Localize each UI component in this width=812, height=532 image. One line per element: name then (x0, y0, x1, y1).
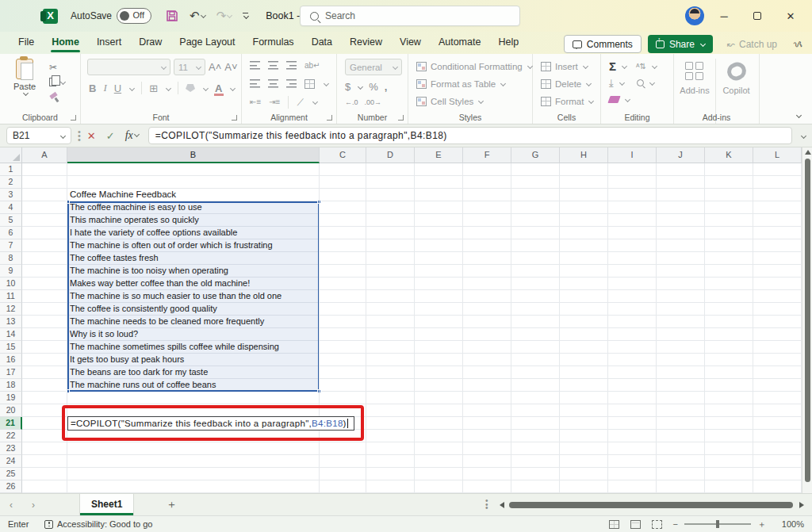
column-header-b[interactable]: B (67, 147, 320, 163)
close-button[interactable]: ✕ (777, 2, 804, 29)
ribbon-collapse-icon[interactable] (796, 113, 802, 118)
wrap-text-icon[interactable]: ab↵ (304, 61, 320, 70)
column-header-l[interactable]: L (753, 147, 802, 163)
zoom-out-button[interactable]: − (673, 519, 678, 529)
cell-b4[interactable]: The coffee machine is easy to use (70, 201, 317, 214)
row-header-17[interactable]: 17 (0, 366, 22, 379)
catch-up-button[interactable]: ↜ Catch up (719, 35, 785, 53)
increase-font-icon[interactable]: A˄ (209, 61, 221, 73)
borders-button[interactable]: ⊞ (149, 82, 158, 94)
row-header-24[interactable]: 24 (0, 455, 22, 468)
percent-icon[interactable]: % (369, 81, 378, 93)
row-header-1[interactable]: 1 (0, 163, 22, 176)
tab-draw[interactable]: Draw (130, 32, 170, 54)
enter-icon[interactable]: ✓ (106, 130, 115, 142)
font-name-select[interactable] (87, 59, 170, 75)
grid-body[interactable]: Coffee Machine Feedback =COPILOT("Summar… (22, 163, 802, 493)
row-header-11[interactable]: 11 (0, 290, 22, 303)
cell-b13[interactable]: The machine needs to be cleaned more fre… (70, 316, 317, 328)
minimize-button[interactable]: ─ (710, 2, 737, 29)
row-header-6[interactable]: 6 (0, 227, 22, 239)
expand-formula-bar-icon[interactable] (801, 132, 806, 138)
cell-b17[interactable]: The beans are too dark for my taste (70, 366, 317, 379)
tab-file[interactable]: File (10, 32, 43, 54)
cell-b15[interactable]: The machine sometimes spills coffee whil… (70, 341, 317, 354)
tab-review[interactable]: Review (341, 32, 391, 54)
row-header-22[interactable]: 22 (0, 430, 22, 442)
increase-decimal-icon[interactable]: ←.0 (345, 98, 358, 106)
row-header-16[interactable]: 16 (0, 354, 22, 366)
column-header-e[interactable]: E (415, 147, 463, 163)
cell-b8[interactable]: The coffee tastes fresh (70, 252, 317, 265)
italic-button[interactable]: I (103, 82, 106, 94)
row-header-15[interactable]: 15 (0, 341, 22, 354)
cell-b6[interactable]: I hate the variety of coffee options ava… (70, 227, 317, 239)
row-header-18[interactable]: 18 (0, 379, 22, 392)
comma-style-icon[interactable]: , (385, 81, 388, 93)
accessibility-status[interactable]: Accessibility: Good to go (44, 519, 152, 529)
cut-icon[interactable]: ✂ (49, 62, 57, 73)
decrease-font-icon[interactable]: A˅ (224, 61, 237, 73)
decrease-indent-icon[interactable]: ⇤≡ (250, 98, 261, 106)
row-header-3[interactable]: 3 (0, 189, 22, 201)
tab-view[interactable]: View (391, 32, 430, 54)
row-header-13[interactable]: 13 (0, 316, 22, 328)
find-select-button[interactable] (637, 79, 644, 86)
tab-data[interactable]: Data (303, 32, 341, 54)
column-header-g[interactable]: G (511, 147, 560, 163)
row-header-2[interactable]: 2 (0, 176, 22, 189)
prev-sheet-button[interactable]: ‹ (0, 499, 22, 511)
row-header-19[interactable]: 19 (0, 392, 22, 404)
tab-automate[interactable]: Automate (430, 32, 490, 54)
search-input[interactable]: Search (300, 6, 520, 26)
active-cell-b21[interactable]: =COPILOT("Summarize this feedback into a… (67, 416, 354, 431)
row-header-9[interactable]: 9 (0, 265, 22, 277)
row-header-25[interactable]: 25 (0, 468, 22, 480)
cell-b11[interactable]: The machine is so much easier to use tha… (70, 290, 317, 303)
sheetbar-divider[interactable]: ••• (485, 499, 488, 511)
row-header-4[interactable]: 4 (0, 201, 22, 214)
align-left-icon[interactable] (250, 79, 260, 88)
number-dialog-launcher[interactable] (398, 115, 404, 121)
cell-b14[interactable]: Why is it so loud? (70, 328, 317, 341)
clipboard-dialog-launcher[interactable] (71, 115, 76, 121)
insert-function-button[interactable]: fx (125, 129, 139, 142)
share-button[interactable]: Share (648, 35, 713, 53)
horizontal-scrollbar[interactable] (500, 501, 804, 509)
conditional-formatting-button[interactable]: Conditional Formatting (408, 59, 532, 74)
page-layout-view-button[interactable] (630, 520, 641, 529)
underline-button[interactable]: U (114, 82, 121, 94)
name-box[interactable]: B21 (6, 127, 71, 144)
redo-button[interactable]: ↷ (216, 9, 232, 23)
cell-b3[interactable]: Coffee Machine Feedback (70, 189, 317, 201)
copy-icon[interactable] (49, 78, 56, 86)
scroll-up-icon[interactable] (805, 150, 811, 155)
currency-icon[interactable]: $ (345, 81, 350, 93)
avatar[interactable] (685, 6, 704, 25)
zoom-slider[interactable] (684, 523, 751, 524)
column-header-k[interactable]: K (705, 147, 753, 163)
horizontal-scroll-thumb[interactable] (509, 502, 793, 508)
insert-cells-button[interactable]: Insert (533, 59, 600, 74)
decrease-decimal-icon[interactable]: .00→ (365, 98, 382, 106)
row-header-5[interactable]: 5 (0, 214, 22, 227)
tab-formulas[interactable]: Formulas (244, 32, 303, 54)
row-header-26[interactable]: 26 (0, 480, 22, 493)
cell-b16[interactable]: It gets too busy at peak hours (70, 354, 317, 366)
autosum-button[interactable]: Σ (609, 59, 616, 73)
cell-b10[interactable]: Makes way better coffee than the old mac… (70, 277, 317, 290)
tab-page-layout[interactable]: Page Layout (170, 32, 243, 54)
column-header-j[interactable]: J (657, 147, 705, 163)
column-header-c[interactable]: C (320, 147, 366, 163)
tab-insert[interactable]: Insert (88, 32, 130, 54)
format-cells-button[interactable]: Format (533, 94, 600, 109)
row-header-23[interactable]: 23 (0, 442, 22, 455)
normal-view-button[interactable] (609, 520, 619, 529)
undo-button[interactable]: ↶ (190, 9, 205, 23)
row-header-14[interactable]: 14 (0, 328, 22, 341)
orientation-icon[interactable]: ⟋ (297, 97, 303, 108)
row-header-10[interactable]: 10 (0, 277, 22, 290)
column-header-d[interactable]: D (366, 147, 415, 163)
row-header-8[interactable]: 8 (0, 252, 22, 265)
alignment-dialog-launcher[interactable] (327, 115, 332, 121)
